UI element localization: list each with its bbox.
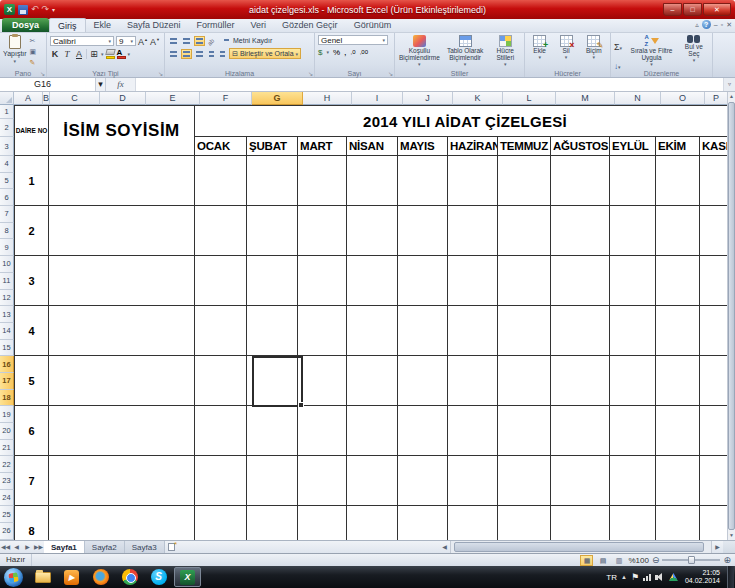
page-break-view-button[interactable]: ▥: [612, 555, 625, 566]
column-header[interactable]: I: [352, 92, 403, 105]
month-cell[interactable]: [610, 306, 656, 356]
column-header[interactable]: F: [200, 92, 252, 105]
row-header[interactable]: 4: [0, 156, 14, 173]
month-cell[interactable]: [656, 306, 700, 356]
month-cell[interactable]: [498, 406, 551, 456]
month-cell[interactable]: [195, 156, 247, 206]
apartment-number-cell[interactable]: 2: [14, 206, 49, 256]
month-header-cell[interactable]: MAYIS: [398, 137, 448, 156]
name-cell[interactable]: [49, 306, 195, 356]
ribbon-tab[interactable]: Veri: [243, 18, 275, 32]
show-desktop-button[interactable]: [727, 566, 734, 588]
align-bottom-button[interactable]: [194, 36, 205, 46]
month-header-cell[interactable]: EYLÜL: [610, 137, 656, 156]
month-cell[interactable]: [247, 456, 298, 506]
month-cell[interactable]: [347, 206, 398, 256]
percent-style-button[interactable]: %: [333, 48, 340, 57]
month-cell[interactable]: [347, 156, 398, 206]
format-cells-button[interactable]: Biçim ▾: [586, 35, 602, 67]
row-header[interactable]: 25: [0, 506, 14, 523]
apartment-number-cell[interactable]: 5: [14, 356, 49, 406]
month-header-cell[interactable]: TEMMUZ: [498, 137, 551, 156]
align-middle-button[interactable]: [181, 36, 192, 46]
column-header[interactable]: N: [615, 92, 661, 105]
row-header[interactable]: 8: [0, 223, 14, 240]
month-cell[interactable]: [551, 256, 610, 306]
ribbon-tab[interactable]: Gözden Geçir: [274, 18, 346, 32]
month-cell[interactable]: [610, 156, 656, 206]
month-header-cell[interactable]: MART: [298, 137, 347, 156]
row-header[interactable]: 9: [0, 239, 14, 256]
month-cell[interactable]: [610, 456, 656, 506]
row-header[interactable]: 16: [0, 356, 14, 373]
row-header[interactable]: 17: [0, 373, 14, 390]
taskbar-clock[interactable]: 21:05 04.02.2014: [685, 569, 720, 585]
sheet-tab[interactable]: Sayfa3: [125, 541, 165, 553]
month-cell[interactable]: [448, 206, 498, 256]
ribbon-tab[interactable]: Giriş: [49, 18, 86, 32]
month-header-cell[interactable]: EKİM: [656, 137, 700, 156]
month-cell[interactable]: [195, 456, 247, 506]
daire-no-header-cell[interactable]: DAİRE NO: [14, 106, 49, 156]
month-cell[interactable]: [298, 306, 347, 356]
taskbar-media-player-button[interactable]: ▶: [58, 567, 85, 587]
apartment-number-cell[interactable]: 6: [14, 406, 49, 456]
dialog-launcher-icon[interactable]: ↘: [388, 70, 393, 77]
taskbar-explorer-button[interactable]: [29, 567, 56, 587]
ribbon-tab[interactable]: Görünüm: [346, 18, 400, 32]
taskbar-chrome-button[interactable]: [116, 567, 143, 587]
first-sheet-button[interactable]: ◀◀: [0, 541, 11, 553]
ribbon-tab[interactable]: Ekle: [86, 18, 120, 32]
name-cell[interactable]: [49, 406, 195, 456]
month-cell[interactable]: [298, 156, 347, 206]
align-right-button[interactable]: [194, 49, 205, 59]
zoom-out-icon[interactable]: ⊖: [652, 556, 660, 565]
month-cell[interactable]: [551, 356, 610, 406]
month-cell[interactable]: [195, 256, 247, 306]
cut-icon[interactable]: ✂: [30, 36, 37, 45]
scroll-right-icon[interactable]: ▶: [712, 541, 723, 553]
column-header[interactable]: D: [100, 92, 146, 105]
row-header[interactable]: 23: [0, 473, 14, 490]
hidden-icons-caret[interactable]: ▲: [621, 574, 627, 580]
month-cell[interactable]: [398, 206, 448, 256]
redo-icon[interactable]: ↷: [42, 5, 50, 14]
zoom-slider-thumb[interactable]: [688, 556, 695, 564]
align-center-button[interactable]: [181, 49, 192, 59]
formula-input[interactable]: [136, 78, 723, 91]
apartment-number-cell[interactable]: 3: [14, 256, 49, 306]
select-all-corner[interactable]: [0, 92, 14, 105]
help-icon[interactable]: ?: [702, 20, 711, 29]
month-header-cell[interactable]: OCAK: [195, 137, 247, 156]
expand-formula-bar-icon[interactable]: ▿: [723, 78, 735, 91]
month-cell[interactable]: [247, 306, 298, 356]
paste-button[interactable]: Yapıştır ▾: [3, 35, 27, 67]
maximize-button[interactable]: □: [683, 3, 702, 16]
accounting-format-button[interactable]: $: [318, 48, 322, 57]
month-cell[interactable]: [448, 156, 498, 206]
month-cell[interactable]: [298, 206, 347, 256]
month-cell[interactable]: [656, 506, 700, 540]
borders-button[interactable]: ⊞: [89, 49, 99, 59]
name-header-cell[interactable]: İSİM SOYİSİM: [49, 106, 195, 156]
qat-customize-icon[interactable]: ▾: [52, 6, 55, 13]
apartment-number-cell[interactable]: 1: [14, 156, 49, 206]
zoom-level[interactable]: %100: [628, 556, 648, 565]
month-cell[interactable]: [498, 356, 551, 406]
scroll-down-icon[interactable]: ▼: [728, 531, 735, 540]
find-select-button[interactable]: Bul ve Seç ▾: [679, 35, 709, 67]
column-header[interactable]: J: [403, 92, 453, 105]
row-header[interactable]: 18: [0, 390, 14, 407]
row-header[interactable]: 19: [0, 406, 14, 423]
next-sheet-button[interactable]: ▶: [22, 541, 33, 553]
row-header[interactable]: 6: [0, 189, 14, 206]
decrease-decimal-button[interactable]: ,00: [360, 49, 368, 55]
vertical-scroll-thumb[interactable]: [728, 102, 735, 530]
workbook-close-icon[interactable]: ✕: [726, 21, 732, 29]
month-cell[interactable]: [398, 456, 448, 506]
row-header[interactable]: 1: [0, 105, 14, 119]
format-as-table-button[interactable]: Tablo Olarak Biçimlendir ▾: [444, 35, 487, 67]
row-header[interactable]: 10: [0, 256, 14, 273]
cell-styles-button[interactable]: Hücre Stilleri ▾: [490, 35, 522, 67]
copy-icon[interactable]: ▣: [30, 47, 37, 56]
